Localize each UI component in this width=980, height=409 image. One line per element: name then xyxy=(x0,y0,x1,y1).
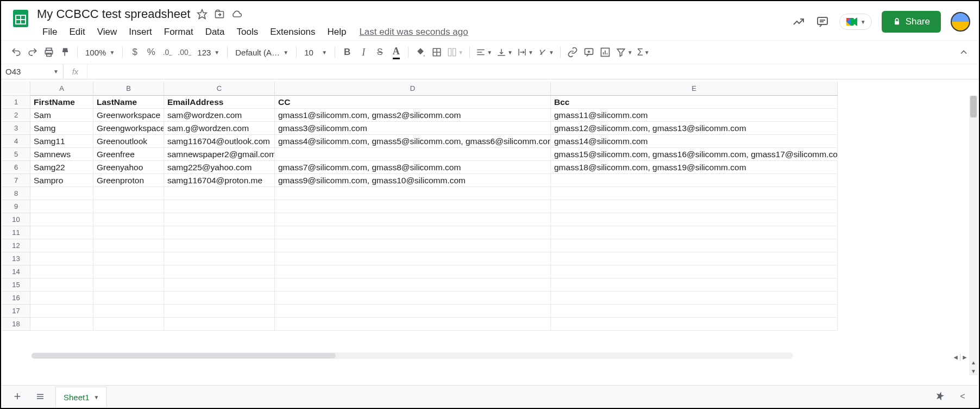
percent-button[interactable]: % xyxy=(143,45,159,60)
cell[interactable] xyxy=(275,318,551,331)
cell[interactable] xyxy=(93,213,164,226)
cell[interactable] xyxy=(30,265,93,278)
increase-decimal-button[interactable]: .00_ xyxy=(176,45,193,60)
spreadsheet-grid[interactable]: ABCDE1FirstNameLastNameEmailAddressCCBcc… xyxy=(2,82,978,385)
cell[interactable]: Greenfree xyxy=(93,148,164,161)
account-avatar[interactable] xyxy=(951,12,970,32)
cell[interactable]: Greenproton xyxy=(93,174,164,187)
cell[interactable]: gmass14@silicomm.com xyxy=(551,135,838,148)
row-header[interactable]: 13 xyxy=(2,252,30,265)
undo-button[interactable] xyxy=(9,45,24,60)
cell[interactable] xyxy=(551,174,838,187)
column-header[interactable]: B xyxy=(93,82,164,96)
row-header[interactable]: 11 xyxy=(2,226,30,239)
cell[interactable]: LastName xyxy=(93,96,164,109)
cell[interactable] xyxy=(164,318,275,331)
cell[interactable] xyxy=(30,213,93,226)
explore-button[interactable] xyxy=(932,389,947,404)
cell[interactable]: Samg22 xyxy=(30,161,93,174)
cell[interactable] xyxy=(551,292,838,305)
move-icon[interactable] xyxy=(214,9,225,20)
borders-button[interactable] xyxy=(429,45,444,60)
cell[interactable] xyxy=(30,278,93,292)
cell[interactable] xyxy=(164,278,275,292)
comments-icon[interactable] xyxy=(815,15,830,29)
decrease-decimal-button[interactable]: .0_ xyxy=(160,45,175,60)
cell[interactable] xyxy=(275,239,551,252)
cell[interactable] xyxy=(30,252,93,265)
cell[interactable] xyxy=(551,318,838,331)
row-header[interactable]: 15 xyxy=(2,278,30,292)
cell[interactable] xyxy=(93,278,164,292)
cell[interactable]: samg116704@outlook.com xyxy=(164,135,275,148)
font-size-selector[interactable]: 10▼ xyxy=(301,48,330,57)
row-header[interactable]: 9 xyxy=(2,200,30,213)
cell[interactable]: samnewspaper2@gmail.com xyxy=(164,148,275,161)
row-header[interactable]: 1 xyxy=(2,96,30,109)
cell[interactable]: CC xyxy=(275,96,551,109)
menu-file[interactable]: File xyxy=(37,26,62,39)
insert-link-button[interactable] xyxy=(565,45,580,60)
activity-icon[interactable] xyxy=(791,15,806,29)
share-button[interactable]: Share xyxy=(882,11,941,33)
cell[interactable] xyxy=(93,318,164,331)
column-header[interactable]: E xyxy=(551,82,838,96)
cell[interactable] xyxy=(164,239,275,252)
cell[interactable]: gmass12@silicomm.com, gmass13@silicomm.c… xyxy=(551,122,838,135)
font-selector[interactable]: Default (Ari...▼ xyxy=(232,48,292,57)
cell[interactable] xyxy=(93,239,164,252)
cell[interactable]: gmass11@silicomm.com xyxy=(551,109,838,122)
cell[interactable] xyxy=(30,318,93,331)
cell[interactable] xyxy=(164,187,275,200)
vertical-align-button[interactable]: ▼ xyxy=(495,45,514,60)
bold-button[interactable]: B xyxy=(340,45,355,60)
cell[interactable]: gmass9@silicomm.com, gmass10@silicomm.co… xyxy=(275,174,551,187)
cell[interactable] xyxy=(93,200,164,213)
cell[interactable] xyxy=(164,265,275,278)
horizontal-scroll-arrows[interactable]: ◄ ► xyxy=(952,354,968,361)
currency-button[interactable]: $ xyxy=(127,45,142,60)
sheets-logo-icon[interactable] xyxy=(10,8,32,29)
row-header[interactable]: 16 xyxy=(2,292,30,305)
redo-button[interactable] xyxy=(25,45,40,60)
select-all-corner[interactable] xyxy=(2,82,30,96)
cell[interactable] xyxy=(551,200,838,213)
cloud-status-icon[interactable] xyxy=(231,9,242,20)
cell[interactable] xyxy=(275,226,551,239)
number-format-button[interactable]: 123▼ xyxy=(194,48,223,57)
row-header[interactable]: 3 xyxy=(2,122,30,135)
horizontal-align-button[interactable]: ▼ xyxy=(474,45,494,60)
menu-edit[interactable]: Edit xyxy=(64,26,90,39)
cell[interactable] xyxy=(275,252,551,265)
cell[interactable] xyxy=(93,292,164,305)
menu-tools[interactable]: Tools xyxy=(231,26,264,39)
cell[interactable]: gmass4@silicomm.com, gmass5@silicomm.com… xyxy=(275,135,551,148)
cell[interactable] xyxy=(164,200,275,213)
cell[interactable]: gmass1@silicomm.com, gmass2@silicomm.com xyxy=(275,109,551,122)
cell[interactable]: gmass15@silicomm.com, gmass16@silicomm.c… xyxy=(551,148,838,161)
cell[interactable]: sam@wordzen.com xyxy=(164,109,275,122)
cell[interactable]: Greenworkspace xyxy=(93,109,164,122)
cell[interactable] xyxy=(551,265,838,278)
last-edit-link[interactable]: Last edit was seconds ago xyxy=(359,27,468,38)
column-header[interactable]: C xyxy=(164,82,275,96)
zoom-selector[interactable]: 100%▼ xyxy=(82,48,118,57)
row-header[interactable]: 18 xyxy=(2,318,30,331)
row-header[interactable]: 5 xyxy=(2,148,30,161)
cell[interactable] xyxy=(551,239,838,252)
cell[interactable] xyxy=(93,305,164,318)
cell[interactable] xyxy=(164,213,275,226)
italic-button[interactable]: I xyxy=(356,45,371,60)
cell[interactable]: samg225@yahoo.com xyxy=(164,161,275,174)
cell[interactable] xyxy=(30,239,93,252)
collapse-toolbar-button[interactable] xyxy=(956,45,971,60)
menu-format[interactable]: Format xyxy=(159,26,199,39)
side-panel-toggle[interactable]: < xyxy=(955,389,970,404)
horizontal-scrollbar[interactable] xyxy=(32,352,793,359)
row-header[interactable]: 14 xyxy=(2,265,30,278)
cell[interactable] xyxy=(30,292,93,305)
row-header[interactable]: 2 xyxy=(2,109,30,122)
cell[interactable] xyxy=(93,226,164,239)
cell[interactable] xyxy=(93,265,164,278)
cell[interactable] xyxy=(551,278,838,292)
